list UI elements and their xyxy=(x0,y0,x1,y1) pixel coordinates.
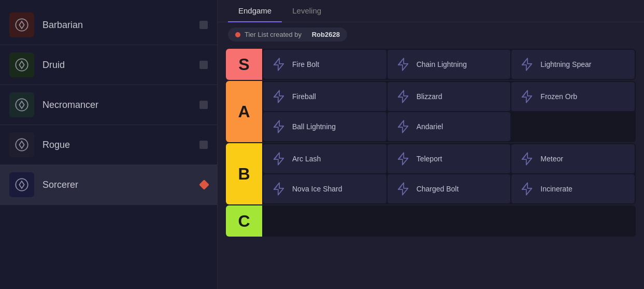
tier-cell-nova-ice-shard[interactable]: Nova Ice Shard xyxy=(263,174,387,203)
sidebar-item-label-druid: Druid xyxy=(42,60,191,71)
tier-content-b: Arc Lash Teleport Meteor Nova Ice Shard … xyxy=(262,143,636,204)
creator-prefix: Tier List created by xyxy=(245,31,302,38)
skill-icon-fire-bolt xyxy=(270,56,287,73)
tier-cell-lightning-spear[interactable]: Lightning Spear xyxy=(511,50,635,79)
sidebar-item-label-rogue: Rogue xyxy=(42,140,191,150)
tier-list: S Fire Bolt Chain Lightning Lightning Sp… xyxy=(218,47,644,289)
sidebar-item-barbarian[interactable]: Barbarian xyxy=(0,5,217,45)
tier-cell-teleport[interactable]: Teleport xyxy=(388,144,511,173)
tier-cell-fireball[interactable]: Fireball xyxy=(263,82,387,111)
avatar-druid xyxy=(9,52,34,77)
tier-cell-blizzard[interactable]: Blizzard xyxy=(388,82,511,111)
skill-icon-charged-bolt xyxy=(395,181,411,197)
tier-cell-charged-bolt[interactable]: Charged Bolt xyxy=(388,174,511,203)
tier-cell-empty xyxy=(511,207,635,236)
sidebar-item-sorcerer[interactable]: Sorcerer xyxy=(0,165,217,205)
tier-cell-empty xyxy=(263,207,387,236)
avatar-sorcerer xyxy=(9,172,34,197)
skill-name-chain-lightning: Chain Lightning xyxy=(417,60,467,68)
creator-dot-icon xyxy=(235,32,240,37)
tier-cell-ball-lightning[interactable]: Ball Lightning xyxy=(263,112,387,141)
skill-icon-frozen-orb xyxy=(519,88,535,105)
skill-name-fireball: Fireball xyxy=(292,92,316,101)
main-content: EndgameLeveling Tier List created by Rob… xyxy=(218,0,644,289)
skill-name-nova-ice-shard: Nova Ice Shard xyxy=(292,185,342,193)
tier-content-c xyxy=(262,205,636,237)
skill-name-andariel: Andariel xyxy=(417,122,443,131)
sidebar-indicator-barbarian xyxy=(199,21,208,29)
creator-badge: Tier List created by Rob2628 xyxy=(228,27,347,42)
tier-row-a: A Fireball Blizzard Frozen Orb Ball Ligh… xyxy=(226,81,636,142)
tier-label-a: A xyxy=(226,81,262,142)
tier-cell-chain-lightning[interactable]: Chain Lightning xyxy=(388,50,511,79)
skill-icon-ball-lightning xyxy=(270,118,287,135)
creator-bar: Tier List created by Rob2628 xyxy=(218,22,644,47)
tier-cell-empty xyxy=(511,112,635,141)
avatar-necromancer xyxy=(9,92,34,117)
skill-name-blizzard: Blizzard xyxy=(417,92,442,101)
skill-icon-andariel xyxy=(395,118,411,135)
sidebar-item-druid[interactable]: Druid xyxy=(0,45,217,85)
tier-cell-empty xyxy=(388,207,511,236)
sidebar: Barbarian Druid Necromancer Rogue Sorcer… xyxy=(0,0,218,289)
creator-name: Rob2628 xyxy=(312,31,340,38)
sidebar-item-necromancer[interactable]: Necromancer xyxy=(0,85,217,125)
tier-row-c: C xyxy=(226,205,636,237)
sidebar-item-label-barbarian: Barbarian xyxy=(42,20,191,31)
skill-name-ball-lightning: Ball Lightning xyxy=(292,122,336,131)
skill-icon-arc-lash xyxy=(270,150,287,167)
skill-name-fire-bolt: Fire Bolt xyxy=(292,60,319,68)
sidebar-indicator-sorcerer xyxy=(199,180,209,190)
tier-label-s: S xyxy=(226,49,262,80)
sidebar-item-label-sorcerer: Sorcerer xyxy=(42,180,192,190)
tier-cell-fire-bolt[interactable]: Fire Bolt xyxy=(263,50,387,79)
avatar-rogue xyxy=(9,132,34,157)
tier-cell-arc-lash[interactable]: Arc Lash xyxy=(263,144,387,173)
tab-leveling[interactable]: Leveling xyxy=(282,0,332,22)
sidebar-item-rogue[interactable]: Rogue xyxy=(0,125,217,165)
skill-icon-meteor xyxy=(519,150,535,167)
tabs-container: EndgameLeveling xyxy=(218,0,644,22)
tier-row-b: B Arc Lash Teleport Meteor Nova Ice Shar… xyxy=(226,143,636,204)
skill-name-charged-bolt: Charged Bolt xyxy=(417,185,459,193)
skill-name-incinerate: Incinerate xyxy=(540,185,572,193)
skill-icon-nova-ice-shard xyxy=(270,181,287,197)
tab-endgame[interactable]: Endgame xyxy=(228,0,282,22)
skill-name-frozen-orb: Frozen Orb xyxy=(540,92,577,101)
tier-cell-meteor[interactable]: Meteor xyxy=(511,144,635,173)
skill-icon-blizzard xyxy=(395,88,411,105)
skill-icon-chain-lightning xyxy=(395,56,411,73)
skill-name-meteor: Meteor xyxy=(540,155,563,163)
tier-cell-frozen-orb[interactable]: Frozen Orb xyxy=(511,82,635,111)
skill-name-lightning-spear: Lightning Spear xyxy=(540,60,591,68)
sidebar-indicator-druid xyxy=(199,61,208,69)
skill-icon-teleport xyxy=(395,150,411,167)
avatar-barbarian xyxy=(9,12,34,37)
sidebar-indicator-necromancer xyxy=(199,101,208,109)
tier-label-c: C xyxy=(226,205,262,237)
tier-content-s: Fire Bolt Chain Lightning Lightning Spea… xyxy=(262,49,636,80)
skill-name-teleport: Teleport xyxy=(417,155,442,163)
skill-icon-lightning-spear xyxy=(519,56,535,73)
tier-row-s: S Fire Bolt Chain Lightning Lightning Sp… xyxy=(226,49,636,80)
skill-icon-incinerate xyxy=(519,181,535,197)
sidebar-item-label-necromancer: Necromancer xyxy=(42,100,191,111)
skill-name-arc-lash: Arc Lash xyxy=(292,155,321,163)
skill-icon-fireball xyxy=(270,88,287,105)
tier-label-b: B xyxy=(226,143,262,204)
tier-content-a: Fireball Blizzard Frozen Orb Ball Lightn… xyxy=(262,81,636,142)
sidebar-indicator-rogue xyxy=(199,141,208,149)
tier-cell-andariel[interactable]: Andariel xyxy=(388,112,511,141)
tier-cell-incinerate[interactable]: Incinerate xyxy=(511,174,635,203)
